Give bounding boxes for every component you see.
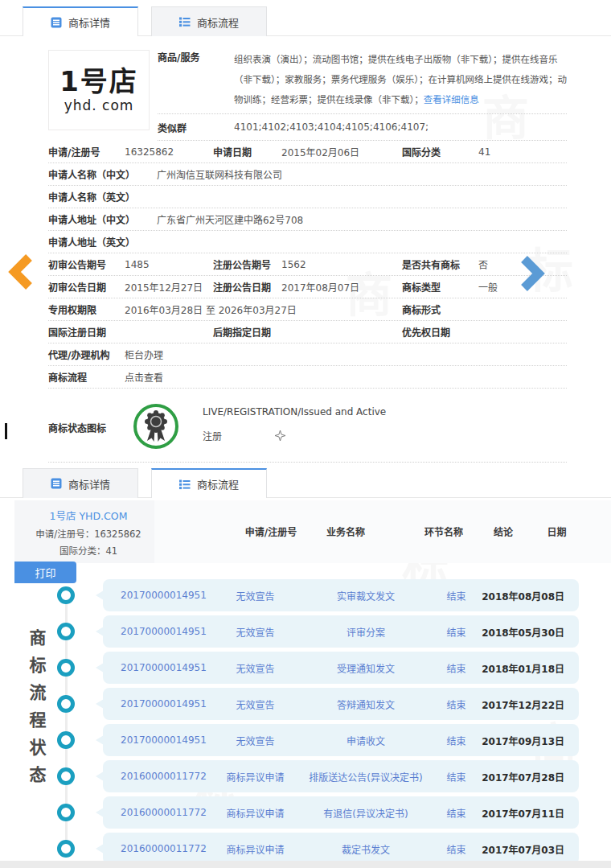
field-row: 初审公告期号 1485 注册公告期号 1562 是否共有商标 否 (48, 253, 567, 276)
trademark-status-row: 商标状态图标 LIVE/REGISTRATION/Issued and Acti… (48, 389, 567, 463)
process-row-bubble: 20170000014951 无效宣告 受理通知发文 结束 2018年01月18… (103, 652, 579, 684)
column-header-registration-no: 申请/注册号 (231, 525, 311, 538)
field-label: 申请人名称（英文） (48, 190, 157, 204)
field-label: 初审公告期号 (48, 257, 125, 271)
crosshair-cursor-icon (275, 430, 285, 441)
field-label: 申请/注册号 (48, 145, 125, 158)
row-stage-name: 受理通知发文 (293, 661, 438, 675)
timeline-node-icon (57, 695, 75, 713)
row-result: 结束 (438, 697, 474, 711)
row-registration-no[interactable]: 20170000014951 (121, 590, 217, 601)
field-value: 2017年08月07日 (281, 280, 402, 294)
trademark-page: 商 标 商 标 商 标 商标详情 商标流程 1号店 yhd. com (0, 0, 611, 868)
row-result: 结束 (438, 806, 474, 820)
status-line-en: LIVE/REGISTRATION/Issued and Active (203, 406, 386, 418)
field-label: 注册公告期号 (213, 257, 281, 271)
process-row-bubble: 20160000011772 商标异议申请 有退信(异议决定书) 结束 2017… (103, 796, 579, 829)
similar-group-label: 类似群 (158, 121, 234, 134)
field-value: 柜台办理 (125, 348, 567, 361)
timeline-node-icon (57, 840, 75, 858)
tab-label: 商标流程 (197, 14, 239, 30)
trademark-info-box: 1号店 YHD.COM 申请/注册号：16325862 国际分类：41 (14, 500, 162, 563)
row-registration-no[interactable]: 20170000014951 (121, 698, 217, 710)
field-label: 国际分类 (402, 145, 478, 158)
field-row: 初审公告日期 2015年12月27日 注册公告日期 2017年08月07日 商标… (48, 276, 567, 298)
row-business-name: 无效宣告 (217, 625, 293, 639)
trademark-detail-panel: 商标详情 商标流程 1号店 yhd. com 商品/服务 组织表演（演出）；流动… (0, 6, 611, 463)
row-result: 结束 (438, 842, 474, 856)
row-date: 2017年07月11日 (474, 806, 564, 820)
row-business-name: 无效宣告 (217, 661, 293, 675)
tab-label: 商标详情 (68, 14, 110, 30)
tab-trademark-process[interactable]: 商标流程 (151, 6, 267, 36)
field-label: 申请人名称（中文） (48, 167, 157, 181)
process-view-link[interactable]: 点击查看 (125, 370, 567, 384)
timeline-node-icon (57, 767, 75, 785)
row-business-name: 商标异议申请 (217, 842, 293, 856)
row-stage-name: 有退信(异议决定书) (293, 806, 438, 820)
process-row-bubble: 20170000014951 无效宣告 实审裁文发文 结束 2018年08月08… (103, 579, 579, 611)
row-registration-no[interactable]: 20170000014951 (121, 626, 217, 637)
tab-trademark-detail[interactable]: 商标详情 (23, 468, 138, 498)
tab-trademark-detail[interactable]: 商标详情 (23, 6, 138, 36)
process-row: 20170000014951 无效宣告 答辩通知发文 结束 2017年12月22… (0, 688, 611, 720)
field-label: 优先权日期 (402, 325, 478, 339)
document-lines-icon (51, 17, 62, 28)
timeline-node-icon (57, 659, 75, 677)
row-result: 结束 (438, 661, 474, 675)
process-row: 20170000014951 无效宣告 受理通知发文 结束 2018年01月18… (0, 652, 611, 684)
tab-label: 商标详情 (68, 476, 110, 492)
registration-award-badge-icon (133, 401, 179, 453)
row-registration-no[interactable]: 20160000011772 (121, 807, 217, 818)
trademark-name-link[interactable]: 1号店 YHD.COM (50, 508, 128, 523)
process-row-bubble: 20160000011772 商标异议申请 裁定书发文 结束 2017年07月0… (103, 833, 579, 865)
detail-tabbar: 商标详情 商标流程 (0, 6, 611, 36)
field-value: 41 (478, 146, 567, 158)
info-international-class: 国际分类：41 (59, 544, 117, 557)
row-date: 2017年07月28日 (474, 770, 564, 784)
process-row: 20160000011772 商标异议申请 排版送达公告(异议决定书) 结束 2… (0, 760, 611, 792)
goods-text: 组织表演（演出）；流动图书馆；提供在线电子出版物（非下载）；提供在线音乐（非下载… (234, 50, 567, 110)
field-row: 申请人名称（中文） 广州淘信互联网科技有限公司 (48, 163, 567, 186)
row-business-name: 无效宣告 (217, 697, 293, 711)
field-value: 16325862 (125, 146, 213, 158)
field-label: 初审公告日期 (48, 280, 125, 294)
similar-group-value: 4101;4102;4103;4104;4105;4106;4107; (234, 121, 429, 133)
field-row: 申请人地址（英文） (48, 231, 567, 253)
process-row-bubble: 20160000011772 商标异议申请 排版送达公告(异议决定书) 结束 2… (103, 760, 579, 792)
row-result: 结束 (438, 589, 474, 603)
row-stage-name: 评审分案 (293, 625, 438, 639)
column-header-business-name: 业务名称 (307, 525, 384, 538)
detail-body: 1号店 yhd. com 商品/服务 组织表演（演出）；流动图书馆；提供在线电子… (48, 45, 567, 463)
timeline-node-icon (57, 731, 75, 749)
timeline-node-icon (57, 586, 75, 604)
list-icon (179, 16, 191, 27)
tab-label: 商标流程 (197, 476, 239, 492)
row-registration-no[interactable]: 20160000011772 (121, 771, 217, 782)
trademark-logo-subtext: yhd. com (64, 97, 134, 113)
row-result: 结束 (438, 770, 474, 784)
previous-arrow-icon[interactable] (6, 253, 35, 291)
field-value: 2016年03月28日 至 2026年03月27日 (125, 302, 402, 316)
field-label: 国际注册日期 (48, 325, 125, 339)
row-registration-no[interactable]: 20170000014951 (121, 662, 217, 673)
field-label: 代理/办理机构 (48, 348, 125, 361)
field-value: 1562 (281, 259, 402, 270)
process-row-bubble: 20170000014951 无效宣告 评审分案 结束 2018年05月30日 (103, 615, 579, 648)
view-details-link[interactable]: 查看详细信息 (424, 94, 479, 105)
row-registration-no[interactable]: 20170000014951 (121, 734, 217, 746)
field-label: 申请人地址（英文） (48, 235, 157, 249)
similar-group-row: 类似群 4101;4102;4103;4104;4105;4106;4107; (158, 114, 567, 141)
tab-trademark-process[interactable]: 商标流程 (151, 468, 267, 498)
field-label: 申请日期 (213, 145, 281, 158)
process-tabbar: 商标详情 商标流程 (0, 468, 611, 498)
field-row: 代理/办理机构 柜台办理 (48, 343, 567, 366)
process-row: 20170000014951 无效宣告 评审分案 结束 2018年05月30日 (0, 615, 611, 648)
column-header-stage-name: 环节名称 (400, 525, 488, 538)
row-registration-no[interactable]: 20160000011772 (121, 843, 217, 854)
process-row-bubble: 20170000014951 无效宣告 申请收文 结束 2017年09月13日 (103, 724, 579, 756)
row-business-name: 无效宣告 (217, 734, 293, 747)
status-label: 商标状态图标 (48, 421, 106, 434)
timeline-node-icon (57, 804, 75, 821)
next-arrow-icon[interactable] (518, 254, 547, 293)
